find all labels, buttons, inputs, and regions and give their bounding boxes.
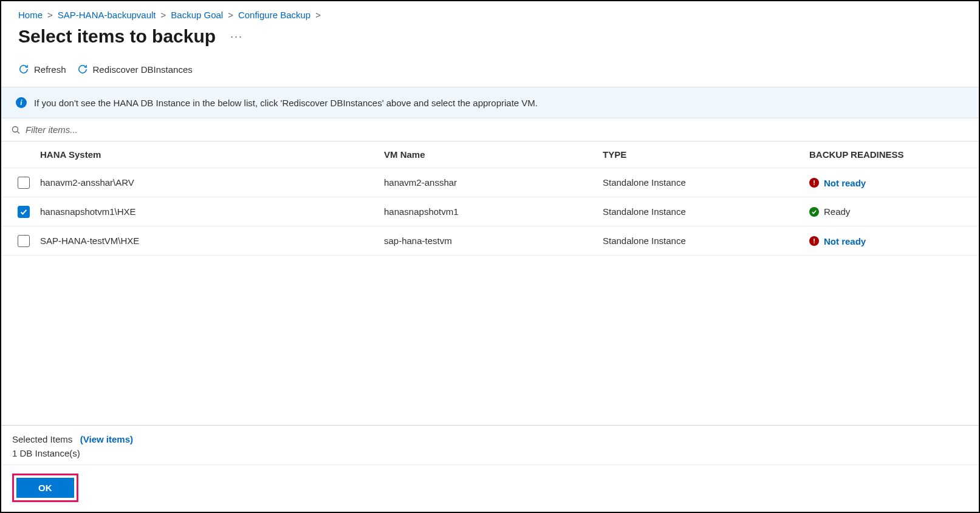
items-table: HANA System VM Name TYPE BACKUP READINES…: [1, 141, 979, 425]
search-icon: [11, 125, 21, 135]
svg-line-1: [18, 131, 20, 134]
error-icon: !: [809, 236, 819, 246]
readiness-link[interactable]: Not ready: [824, 178, 866, 188]
table-row[interactable]: hanasnapshotvm1\HXE hanasnapshotvm1 Stan…: [1, 197, 979, 226]
breadcrumb-vault[interactable]: SAP-HANA-backupvault: [58, 10, 156, 20]
view-items-link[interactable]: (View items): [80, 434, 133, 444]
cell-system: SAP-HANA-testVM\HXE: [38, 236, 384, 246]
selected-count: 1 DB Instance(s): [12, 448, 968, 458]
footer: Selected Items (View items) 1 DB Instanc…: [1, 425, 979, 512]
breadcrumb: Home > SAP-HANA-backupvault > Backup Goa…: [1, 1, 979, 22]
row-checkbox[interactable]: [18, 177, 30, 189]
breadcrumb-configure-backup[interactable]: Configure Backup: [238, 10, 310, 20]
breadcrumb-backup-goal[interactable]: Backup Goal: [171, 10, 223, 20]
info-text: If you don't see the HANA DB Instance in…: [34, 98, 538, 108]
rediscover-label: Rediscover DBInstances: [93, 64, 193, 75]
cell-system: hanavm2-ansshar\ARV: [38, 177, 384, 188]
row-checkbox[interactable]: [18, 206, 30, 218]
cell-vm: hanavm2-ansshar: [384, 177, 603, 188]
page-title: Select items to backup: [18, 26, 216, 47]
info-bar: i If you don't see the HANA DB Instance …: [1, 87, 979, 118]
chevron-right-icon: >: [47, 10, 53, 20]
info-icon: i: [16, 97, 27, 108]
success-icon: [809, 207, 819, 217]
chevron-right-icon: >: [228, 10, 233, 20]
rediscover-button[interactable]: Rediscover DBInstances: [77, 64, 193, 75]
readiness-link[interactable]: Not ready: [824, 236, 866, 246]
cell-type: Standalone Instance: [603, 236, 809, 246]
ok-button[interactable]: OK: [16, 478, 74, 498]
toolbar: Refresh Rediscover DBInstances: [1, 61, 979, 87]
table-row[interactable]: hanavm2-ansshar\ARV hanavm2-ansshar Stan…: [1, 168, 979, 197]
footer-info: Selected Items (View items) 1 DB Instanc…: [1, 426, 979, 465]
title-row: Select items to backup ···: [1, 22, 979, 61]
cell-type: Standalone Instance: [603, 177, 809, 188]
table-row[interactable]: SAP-HANA-testVM\HXE sap-hana-testvm Stan…: [1, 226, 979, 256]
footer-action: OK: [1, 465, 979, 512]
filter-input[interactable]: [26, 124, 969, 135]
chevron-right-icon: >: [161, 10, 166, 20]
selected-items-label: Selected Items: [12, 434, 72, 444]
col-header-system[interactable]: HANA System: [38, 149, 384, 160]
filter-row: [1, 118, 979, 141]
ok-highlight: OK: [12, 474, 78, 502]
refresh-icon: [18, 64, 29, 75]
chevron-right-icon: >: [315, 10, 321, 20]
cell-vm: hanasnapshotvm1: [384, 206, 603, 217]
refresh-label: Refresh: [34, 64, 66, 75]
refresh-icon: [77, 64, 88, 75]
more-actions-icon[interactable]: ···: [230, 30, 243, 43]
readiness-label: Ready: [824, 206, 850, 217]
cell-vm: sap-hana-testvm: [384, 236, 603, 246]
cell-system: hanasnapshotvm1\HXE: [38, 206, 384, 217]
error-icon: !: [809, 178, 819, 188]
table-header: HANA System VM Name TYPE BACKUP READINES…: [1, 141, 979, 168]
check-icon: [19, 208, 28, 216]
row-checkbox[interactable]: [18, 235, 30, 247]
col-header-vm[interactable]: VM Name: [384, 149, 603, 160]
col-header-readiness[interactable]: BACKUP READINESS: [809, 149, 970, 160]
cell-type: Standalone Instance: [603, 206, 809, 217]
refresh-button[interactable]: Refresh: [18, 64, 66, 75]
svg-point-0: [13, 126, 18, 132]
breadcrumb-home[interactable]: Home: [18, 10, 43, 20]
col-header-type[interactable]: TYPE: [603, 149, 809, 160]
